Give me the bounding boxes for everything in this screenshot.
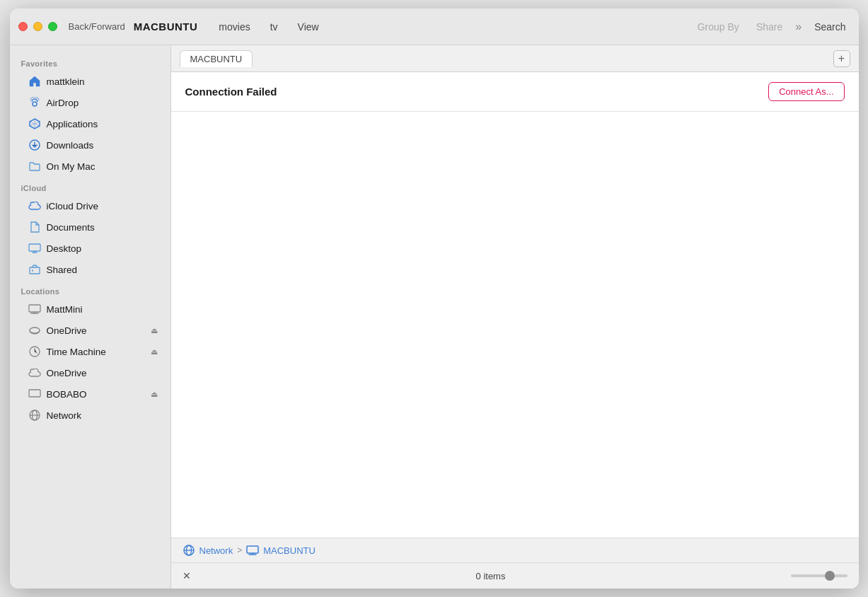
sidebar-item-desktop[interactable]: Desktop <box>14 238 166 258</box>
locations-section-label: Locations <box>10 280 170 298</box>
sidebar-item-airdrop[interactable]: AirDrop <box>14 93 166 112</box>
traffic-lights <box>18 22 57 31</box>
icloud-icon <box>28 199 41 212</box>
window-title: MACBUNTU <box>134 21 198 33</box>
zoom-slider[interactable] <box>791 574 847 577</box>
maximize-button[interactable] <box>48 22 57 31</box>
close-button[interactable] <box>18 22 28 31</box>
titlebar: Back/Forward MACBUNTU movies tv View Gro… <box>10 8 859 45</box>
search-button[interactable]: Search <box>810 20 850 34</box>
connection-failed-text: Connection Failed <box>185 86 277 98</box>
downloads-label: Downloads <box>47 140 158 151</box>
applications-label: Applications <box>47 119 158 129</box>
airdrop-icon <box>28 96 41 109</box>
items-count: 0 items <box>191 571 791 581</box>
svg-rect-3 <box>30 267 40 274</box>
folder-icon <box>28 160 41 173</box>
finder-window: Back/Forward MACBUNTU movies tv View Gro… <box>10 8 859 589</box>
eject-icon[interactable]: ⏏ <box>151 326 158 335</box>
back-forward-label[interactable]: Back/Forward <box>69 21 125 32</box>
statusbar: Network > MACBUNTU ✕ 0 items <box>171 538 859 589</box>
svg-point-6 <box>30 328 40 333</box>
sidebar-item-shared[interactable]: Shared <box>14 260 166 279</box>
nav-controls[interactable]: Back/Forward <box>69 21 125 32</box>
airdrop-label: AirDrop <box>47 98 158 108</box>
group-by-button[interactable]: Group By <box>693 20 743 34</box>
status-bottom: ✕ 0 items <box>171 563 859 589</box>
sidebar-item-network[interactable]: Network <box>14 405 166 425</box>
macbuntu-tab[interactable]: MACBUNTU <box>180 50 253 67</box>
monitor-icon <box>28 388 41 400</box>
mattmini-label: MattMini <box>47 304 158 315</box>
computer-icon <box>28 303 41 315</box>
cloud-icon <box>28 366 41 379</box>
shared-icon <box>28 263 41 276</box>
tabbar: MACBUNTU + <box>171 45 859 72</box>
share-button[interactable]: Share <box>752 20 787 34</box>
connect-as-button[interactable]: Connect As... <box>768 82 844 101</box>
content-area: Connection Failed Connect As... <box>171 72 859 538</box>
icloud-section-label: iCloud <box>10 177 170 195</box>
eject-icon2[interactable]: ⏏ <box>151 347 158 357</box>
connection-bar: Connection Failed Connect As... <box>171 72 859 112</box>
documents-label: Documents <box>47 222 158 233</box>
sidebar-item-timemachine[interactable]: Time Machine ⏏ <box>14 342 166 361</box>
eject-icon3[interactable]: ⏏ <box>151 390 158 399</box>
sidebar-item-documents[interactable]: Documents <box>14 217 166 237</box>
sidebar-item-onedrive1[interactable]: OneDrive ⏏ <box>14 320 166 340</box>
drive-icon <box>28 324 41 337</box>
network-icon <box>28 409 41 422</box>
breadcrumb-network-icon <box>183 544 195 557</box>
breadcrumb-network-label: Network <box>199 545 233 556</box>
svg-rect-2 <box>29 244 40 251</box>
status-close-icon[interactable]: ✕ <box>183 570 191 581</box>
breadcrumb: Network > MACBUNTU <box>171 538 859 563</box>
tv-button[interactable]: tv <box>266 20 282 34</box>
svg-point-0 <box>33 102 37 106</box>
mattklein-label: mattklein <box>47 76 158 87</box>
onmymac-label: On My Mac <box>47 161 158 172</box>
more-chevron-icon[interactable]: » <box>795 21 802 33</box>
desktop-icon <box>28 242 41 255</box>
desktop-label: Desktop <box>47 243 158 254</box>
timemachine-icon <box>28 345 41 358</box>
applications-icon <box>28 117 41 130</box>
toolbar-right: Group By Share » Search <box>693 20 850 34</box>
icloud-drive-label: iCloud Drive <box>47 201 158 211</box>
add-tab-button[interactable]: + <box>833 50 850 67</box>
main-area: MACBUNTU + Connection Failed Connect As.… <box>171 45 859 589</box>
onedrive1-label: OneDrive <box>47 325 145 336</box>
breadcrumb-macbuntu-label: MACBUNTU <box>263 545 316 556</box>
toolbar-actions: movies tv View Group By Share » Search <box>214 20 850 34</box>
timemachine-label: Time Machine <box>47 347 145 357</box>
svg-rect-8 <box>29 390 40 397</box>
favorites-section-label: Favorites <box>10 52 170 71</box>
bobabo-label: BOBABO <box>47 389 145 400</box>
sidebar-item-onedrive2[interactable]: OneDrive <box>14 363 166 383</box>
document-icon <box>28 221 41 233</box>
home-icon <box>28 75 41 88</box>
breadcrumb-separator: > <box>237 545 242 555</box>
breadcrumb-macbuntu-icon <box>246 544 259 557</box>
sidebar-item-icloud-drive[interactable]: iCloud Drive <box>14 196 166 216</box>
sidebar-item-onmymac[interactable]: On My Mac <box>14 156 166 176</box>
sidebar-item-mattklein[interactable]: mattklein <box>14 71 166 91</box>
zoom-slider-container <box>791 574 847 577</box>
sidebar-item-downloads[interactable]: Downloads <box>14 135 166 155</box>
network-label: Network <box>47 410 158 421</box>
svg-rect-5 <box>29 305 40 312</box>
movies-button[interactable]: movies <box>214 20 254 34</box>
sidebar-item-applications[interactable]: Applications <box>14 114 166 134</box>
view-button[interactable]: View <box>294 20 323 34</box>
sidebar-item-mattmini[interactable]: MattMini <box>14 299 166 319</box>
minimize-button[interactable] <box>33 22 42 31</box>
empty-content <box>171 112 859 538</box>
downloads-icon <box>28 139 41 151</box>
sidebar: Favorites mattklein <box>10 45 171 589</box>
zoom-thumb[interactable] <box>825 571 835 581</box>
svg-rect-15 <box>247 546 258 553</box>
shared-label: Shared <box>47 265 158 275</box>
body: Favorites mattklein <box>10 45 859 589</box>
sidebar-item-bobabo[interactable]: BOBABO ⏏ <box>14 384 166 404</box>
onedrive2-label: OneDrive <box>47 368 158 378</box>
